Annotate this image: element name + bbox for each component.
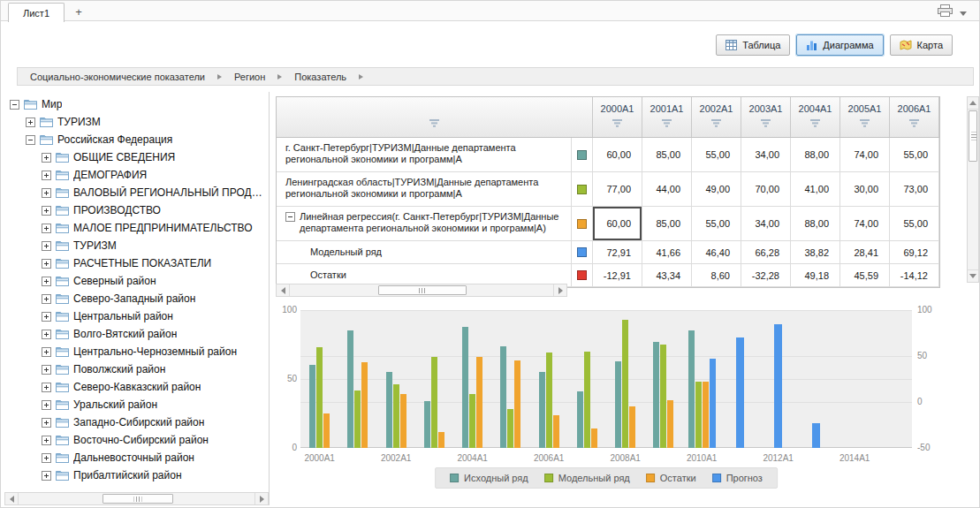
value-cell[interactable]: 45,59 — [840, 264, 890, 286]
table-view-button[interactable]: Таблица — [716, 34, 790, 56]
row-name-cell[interactable]: Ленинградская область|ТУРИЗМ|Данные депа… — [277, 172, 572, 206]
tree-item-21[interactable]: Прибалтийский район — [4, 466, 267, 484]
row-name-cell[interactable]: Модельный ряд — [277, 241, 572, 263]
value-cell[interactable]: 72,91 — [593, 241, 642, 263]
tree-item-7[interactable]: МАЛОЕ ПРЕДПРИНИМАТЕЛЬСТВО — [4, 219, 267, 237]
value-cell[interactable]: 55,00 — [890, 207, 939, 240]
expand-icon[interactable] — [42, 224, 51, 233]
expand-icon[interactable] — [42, 188, 51, 198]
tree-item-13[interactable]: Волго-Вятский район — [4, 325, 267, 343]
collapse-icon[interactable] — [10, 100, 19, 110]
breadcrumb-item-2[interactable]: Показатель — [294, 72, 346, 82]
print-options-caret-icon[interactable] — [960, 11, 967, 16]
expand-icon[interactable] — [42, 277, 51, 286]
map-view-button[interactable]: Карта — [890, 34, 953, 56]
scroll-left-button[interactable] — [277, 284, 290, 296]
expand-icon[interactable] — [42, 347, 51, 357]
expand-icon[interactable] — [42, 400, 51, 410]
value-cell[interactable]: 46,40 — [692, 241, 741, 263]
tree-item-2[interactable]: Российская Федерация — [4, 131, 267, 148]
filter-icon[interactable] — [859, 119, 870, 127]
grid-vscrollbar[interactable] — [967, 96, 979, 283]
value-cell[interactable]: 88,00 — [791, 138, 840, 171]
tree-item-15[interactable]: Поволжский район — [4, 360, 267, 378]
value-cell[interactable]: 66,28 — [741, 241, 791, 263]
filter-icon[interactable] — [809, 119, 821, 127]
tree-item-4[interactable]: ДЕМОГРАФИЯ — [4, 166, 267, 184]
tree-item-5[interactable]: ВАЛОВЫЙ РЕГИОНАЛЬНЫЙ ПРОДУКТ — [4, 184, 267, 201]
value-cell[interactable]: 85,00 — [642, 207, 692, 240]
value-cell[interactable]: 43,34 — [642, 264, 692, 286]
expand-icon[interactable] — [42, 171, 51, 180]
tree-item-1[interactable]: ТУРИЗМ — [4, 113, 267, 131]
expand-icon[interactable] — [42, 383, 51, 392]
value-cell[interactable]: 73,00 — [890, 172, 939, 206]
tree-item-17[interactable]: Уральский район — [4, 396, 267, 413]
collapse-icon[interactable] — [285, 212, 295, 222]
tree-item-10[interactable]: Северный район — [4, 272, 267, 290]
value-cell[interactable]: -12,91 — [593, 264, 642, 286]
value-cell[interactable]: 34,00 — [741, 207, 791, 240]
expand-icon[interactable] — [42, 259, 51, 269]
chart-view-button[interactable]: Диаграмма — [796, 34, 883, 56]
value-cell[interactable]: 41,66 — [642, 241, 692, 263]
filter-icon[interactable] — [612, 119, 623, 127]
value-cell[interactable]: 49,00 — [692, 172, 741, 206]
filter-icon[interactable] — [908, 119, 920, 127]
tree-hscroll-thumb[interactable] — [103, 494, 173, 504]
tree-item-0[interactable]: Мир — [4, 95, 267, 113]
filter-icon[interactable] — [760, 119, 771, 127]
value-cell[interactable]: 28,41 — [840, 241, 890, 263]
value-cell[interactable]: 69,12 — [890, 241, 939, 263]
value-cell[interactable]: 60,00 — [593, 207, 642, 240]
value-cell[interactable]: 41,00 — [791, 172, 840, 206]
tree-item-18[interactable]: Западно-Сибирский район — [4, 413, 267, 431]
tree-item-3[interactable]: ОБЩИЕ СВЕДЕНИЯ — [4, 148, 267, 166]
grid-hscrollbar[interactable] — [276, 284, 567, 297]
value-cell[interactable]: 55,00 — [692, 138, 741, 171]
expand-icon[interactable] — [42, 206, 51, 216]
value-cell[interactable]: 60,00 — [593, 138, 642, 171]
expand-icon[interactable] — [42, 471, 51, 481]
value-cell[interactable]: -14,12 — [890, 264, 939, 286]
expand-icon[interactable] — [42, 365, 51, 375]
tree-item-14[interactable]: Центрально-Черноземный район — [4, 343, 267, 360]
expand-icon[interactable] — [42, 330, 51, 339]
filter-icon[interactable] — [661, 119, 672, 127]
scroll-right-button[interactable] — [254, 493, 268, 504]
breadcrumb-item-1[interactable]: Регион — [234, 72, 265, 82]
expand-icon[interactable] — [42, 294, 51, 304]
expand-icon[interactable] — [42, 312, 51, 322]
value-cell[interactable]: 30,00 — [840, 172, 890, 206]
tree-item-12[interactable]: Центральный район — [4, 307, 267, 325]
expand-icon[interactable] — [42, 418, 51, 428]
expand-icon[interactable] — [42, 241, 51, 251]
tree-item-6[interactable]: ПРОИЗВОДСТВО — [4, 201, 267, 219]
grid-vscroll-thumb[interactable] — [969, 110, 977, 162]
scroll-right-button[interactable] — [553, 284, 566, 296]
grid-hscroll-thumb[interactable] — [378, 285, 467, 295]
filter-icon[interactable] — [710, 119, 722, 127]
scroll-left-button[interactable] — [5, 493, 19, 504]
value-cell[interactable]: 55,00 — [692, 207, 741, 240]
tree-item-9[interactable]: РАСЧЕТНЫЕ ПОКАЗАТЕЛИ — [4, 254, 267, 272]
collapse-icon[interactable] — [26, 135, 35, 145]
tree-hscrollbar[interactable] — [4, 492, 269, 505]
value-cell[interactable]: 38,82 — [791, 241, 840, 263]
row-name-cell[interactable]: Линейная регрессия(г. Санкт-Петербург|ТУ… — [277, 207, 572, 240]
expand-icon[interactable] — [42, 436, 51, 445]
expand-icon[interactable] — [26, 118, 35, 127]
value-cell[interactable]: 70,00 — [741, 172, 791, 206]
expand-icon[interactable] — [42, 153, 51, 163]
value-cell[interactable]: 88,00 — [791, 207, 840, 240]
tree-item-8[interactable]: ТУРИЗМ — [4, 237, 267, 254]
value-cell[interactable]: 55,00 — [890, 138, 939, 171]
value-cell[interactable]: 49,18 — [791, 264, 840, 286]
value-cell[interactable]: 74,00 — [840, 207, 890, 240]
add-sheet-button[interactable]: + — [68, 3, 89, 20]
value-cell[interactable]: 34,00 — [741, 138, 791, 171]
value-cell[interactable]: 8,60 — [692, 264, 741, 286]
tree-item-19[interactable]: Восточно-Сибирский район — [4, 431, 267, 449]
value-cell[interactable]: -32,28 — [741, 264, 791, 286]
tree-item-16[interactable]: Северо-Кавказский район — [4, 378, 267, 396]
